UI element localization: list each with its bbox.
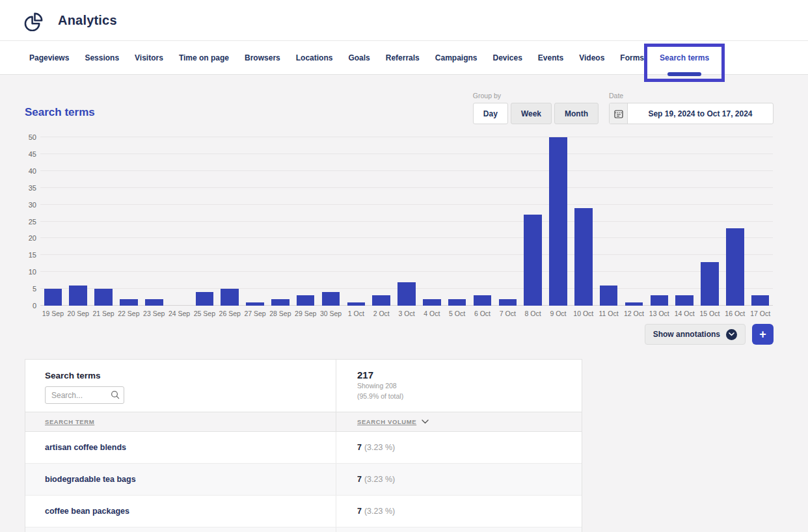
bar-13-oct[interactable] [651, 295, 669, 306]
group-by-control: Group by Day Week Month [473, 92, 599, 124]
column-header-volume-cell: SEARCH VOLUME [336, 412, 582, 431]
tab-bar: Pageviews Sessions Visitors Time on page… [0, 41, 808, 75]
show-annotations-label: Show annotations [653, 330, 720, 339]
tab-referrals[interactable]: Referrals [378, 41, 427, 74]
bar-slot [444, 137, 470, 306]
analytics-page: Analytics Pageviews Sessions Visitors Ti… [0, 0, 808, 532]
tab-time-on-page[interactable]: Time on page [171, 41, 237, 74]
x-tick-label: 13 Oct [647, 310, 672, 317]
bar-22-sep[interactable] [120, 299, 138, 306]
bar-25-sep[interactable] [196, 292, 214, 306]
show-annotations-button[interactable]: Show annotations [645, 324, 746, 345]
chart-plot: 05101520253035404550 [40, 137, 773, 306]
app-logo[interactable] [23, 10, 45, 31]
tab-browsers[interactable]: Browsers [237, 41, 288, 74]
bar-19-sep[interactable] [44, 289, 62, 306]
bar-20-sep[interactable] [69, 286, 87, 306]
tab-devices[interactable]: Devices [485, 41, 530, 74]
tab-events[interactable]: Events [530, 41, 571, 74]
chevron-down-circle-icon [726, 329, 737, 340]
group-by-week-button[interactable]: Week [511, 103, 552, 124]
bar-slot [419, 137, 444, 306]
tab-sessions[interactable]: Sessions [77, 41, 127, 74]
search-terms-chart: 05101520253035404550 19 Sep20 Sep21 Sep2… [25, 137, 773, 317]
add-annotation-button[interactable]: + [752, 324, 774, 345]
active-tab-indicator [667, 72, 701, 76]
x-tick-label: 3 Oct [394, 310, 420, 317]
chart-y-axis: 05101520253035404550 [25, 137, 38, 306]
bar-slot [66, 137, 91, 306]
tab-pageviews[interactable]: Pageviews [21, 41, 77, 74]
date-range-picker[interactable]: Sep 19, 2024 to Oct 17, 2024 [609, 103, 774, 124]
bar-slot [91, 137, 116, 306]
bar-slot [141, 137, 167, 306]
bar-slot [293, 137, 318, 306]
chart-x-axis: 19 Sep20 Sep21 Sep22 Sep23 Sep24 Sep25 S… [40, 306, 773, 317]
tab-goals[interactable]: Goals [340, 41, 377, 74]
bar-30-sep[interactable] [322, 292, 340, 306]
bar-16-oct[interactable] [726, 228, 744, 306]
group-by-day-button[interactable]: Day [473, 103, 508, 124]
bar-23-sep[interactable] [145, 299, 163, 306]
bar-5-oct[interactable] [448, 299, 466, 306]
table-header: Search terms 217 Showing 208 (95.9% of t… [25, 360, 582, 412]
group-by-buttons: Day Week Month [473, 103, 599, 124]
bar-slot [369, 137, 394, 306]
bar-slot [40, 137, 66, 306]
sort-by-search-volume[interactable]: SEARCH VOLUME [357, 418, 416, 425]
bar-12-oct[interactable] [625, 302, 643, 306]
controls-right: Group by Day Week Month Date [473, 92, 774, 124]
y-tick-label: 20 [29, 234, 36, 242]
tab-campaigns[interactable]: Campaigns [427, 41, 485, 74]
page-title: Search terms [25, 106, 95, 119]
bar-27-sep[interactable] [246, 302, 264, 306]
showing-percent: (95.9% of total) [357, 392, 582, 401]
bar-26-sep[interactable] [221, 289, 239, 306]
bar-9-oct[interactable] [549, 137, 567, 306]
x-tick-label: 4 Oct [419, 310, 444, 317]
bar-15-oct[interactable] [701, 262, 719, 306]
table-column-header-row: SEARCH TERM SEARCH VOLUME [25, 412, 582, 432]
tab-forms[interactable]: Forms [612, 41, 652, 74]
search-term-text: coffee bean packages [45, 507, 129, 516]
bar-8-oct[interactable] [524, 215, 542, 306]
bar-7-oct[interactable] [499, 299, 517, 306]
column-header-term-cell: SEARCH TERM [25, 412, 336, 431]
bar-17-oct[interactable] [751, 295, 770, 306]
bar-slot [217, 137, 243, 306]
tab-videos[interactable]: Videos [571, 41, 612, 74]
bar-4-oct[interactable] [423, 299, 441, 306]
search-terms-table-card: Search terms 217 Showing 208 (95.9% of t… [25, 359, 582, 532]
bar-slot [520, 137, 546, 306]
table-row: coffee bean packages 7 (3.23 %) [25, 496, 582, 527]
y-tick-label: 30 [29, 201, 36, 209]
sort-by-search-term[interactable]: SEARCH TERM [45, 418, 94, 425]
calendar-icon[interactable] [610, 103, 628, 124]
group-by-month-button[interactable]: Month [554, 103, 599, 124]
search-volume-value: 7 [357, 443, 362, 452]
tab-locations[interactable]: Locations [288, 41, 341, 74]
tab-visitors[interactable]: Visitors [127, 41, 171, 74]
bar-10-oct[interactable] [574, 208, 593, 306]
bar-2-oct[interactable] [372, 295, 390, 306]
x-tick-label: 30 Sep [318, 310, 343, 317]
bar-3-oct[interactable] [397, 282, 416, 306]
bar-slot [672, 137, 697, 306]
y-tick-label: 15 [29, 251, 36, 259]
tab-search-terms[interactable]: Search terms [652, 41, 717, 74]
sort-chevron-down-icon[interactable] [422, 419, 429, 424]
bar-1-oct[interactable] [347, 302, 366, 306]
bar-29-sep[interactable] [297, 295, 315, 306]
search-volume-value: 7 [357, 475, 362, 484]
bar-28-sep[interactable] [271, 299, 290, 306]
table-row: artisan coffee blends 7 (3.23 %) [25, 432, 582, 464]
bar-21-sep[interactable] [94, 289, 113, 306]
x-tick-label: 28 Sep [267, 310, 293, 317]
bar-slot [722, 137, 747, 306]
table-title: Search terms [45, 371, 336, 380]
bar-11-oct[interactable] [600, 286, 618, 306]
x-tick-label: 25 Sep [192, 310, 217, 317]
bar-6-oct[interactable] [474, 295, 492, 306]
bar-14-oct[interactable] [675, 295, 694, 306]
pie-chart-icon [23, 10, 45, 31]
